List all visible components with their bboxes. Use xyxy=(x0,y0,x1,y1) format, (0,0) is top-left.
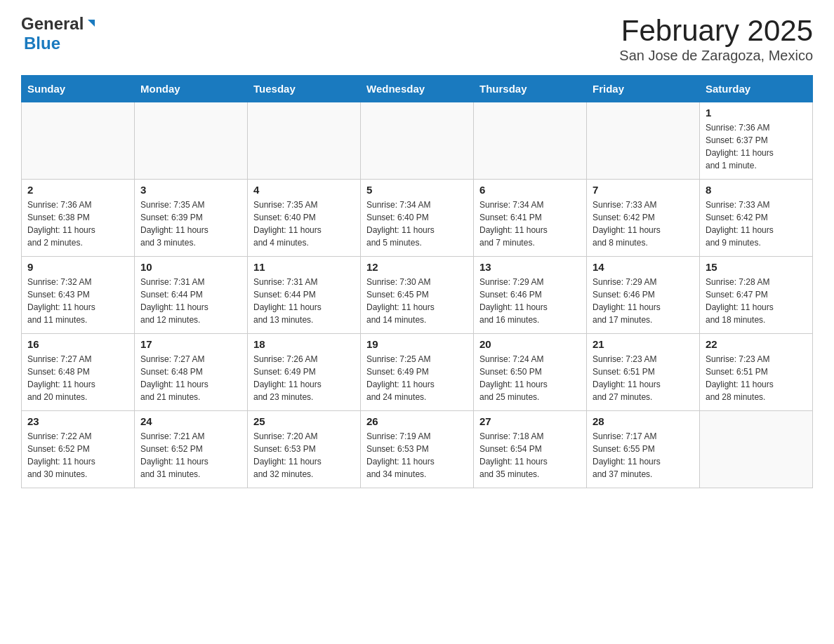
day-info: Sunrise: 7:17 AMSunset: 6:55 PMDaylight:… xyxy=(593,430,694,481)
day-number: 1 xyxy=(706,107,807,119)
table-row: 27Sunrise: 7:18 AMSunset: 6:54 PMDayligh… xyxy=(474,411,587,488)
table-row xyxy=(700,411,813,488)
table-row: 8Sunrise: 7:33 AMSunset: 6:42 PMDaylight… xyxy=(700,180,813,257)
day-number: 18 xyxy=(253,338,355,350)
day-info: Sunrise: 7:23 AMSunset: 6:51 PMDaylight:… xyxy=(593,353,694,403)
day-number: 12 xyxy=(366,261,468,273)
table-row: 11Sunrise: 7:31 AMSunset: 6:44 PMDayligh… xyxy=(248,257,361,334)
table-row: 16Sunrise: 7:27 AMSunset: 6:48 PMDayligh… xyxy=(22,334,135,411)
day-number: 22 xyxy=(706,338,807,350)
day-number: 8 xyxy=(706,184,807,196)
col-sunday: Sunday xyxy=(22,76,135,102)
day-number: 11 xyxy=(253,261,355,273)
day-number: 17 xyxy=(140,338,241,350)
calendar-subtitle: San Jose de Zaragoza, Mexico xyxy=(619,48,813,64)
table-row xyxy=(474,102,587,180)
day-info: Sunrise: 7:28 AMSunset: 6:47 PMDaylight:… xyxy=(706,276,807,326)
table-row xyxy=(22,102,135,180)
day-info: Sunrise: 7:36 AMSunset: 6:37 PMDaylight:… xyxy=(706,121,807,172)
day-info: Sunrise: 7:25 AMSunset: 6:49 PMDaylight:… xyxy=(366,353,468,403)
table-row: 15Sunrise: 7:28 AMSunset: 6:47 PMDayligh… xyxy=(700,257,813,334)
day-info: Sunrise: 7:36 AMSunset: 6:38 PMDaylight:… xyxy=(27,199,128,249)
day-info: Sunrise: 7:31 AMSunset: 6:44 PMDaylight:… xyxy=(253,276,355,326)
day-info: Sunrise: 7:23 AMSunset: 6:51 PMDaylight:… xyxy=(706,353,807,403)
day-info: Sunrise: 7:33 AMSunset: 6:42 PMDaylight:… xyxy=(706,199,807,249)
table-row: 21Sunrise: 7:23 AMSunset: 6:51 PMDayligh… xyxy=(587,334,700,411)
day-number: 23 xyxy=(27,415,128,427)
calendar-body: 1Sunrise: 7:36 AMSunset: 6:37 PMDaylight… xyxy=(22,102,813,488)
day-info: Sunrise: 7:32 AMSunset: 6:43 PMDaylight:… xyxy=(27,276,128,326)
day-number: 16 xyxy=(27,338,128,350)
day-number: 13 xyxy=(479,261,581,273)
table-row: 10Sunrise: 7:31 AMSunset: 6:44 PMDayligh… xyxy=(135,257,248,334)
page-header: General Blue February 2025 San Jose de Z… xyxy=(21,14,813,64)
table-row xyxy=(587,102,700,180)
table-row: 4Sunrise: 7:35 AMSunset: 6:40 PMDaylight… xyxy=(248,180,361,257)
calendar-week-row: 16Sunrise: 7:27 AMSunset: 6:48 PMDayligh… xyxy=(22,334,813,411)
header-row: Sunday Monday Tuesday Wednesday Thursday… xyxy=(22,76,813,102)
calendar-table: Sunday Monday Tuesday Wednesday Thursday… xyxy=(21,75,813,488)
table-row: 20Sunrise: 7:24 AMSunset: 6:50 PMDayligh… xyxy=(474,334,587,411)
calendar-header: Sunday Monday Tuesday Wednesday Thursday… xyxy=(22,76,813,102)
day-number: 5 xyxy=(366,184,468,196)
table-row: 2Sunrise: 7:36 AMSunset: 6:38 PMDaylight… xyxy=(22,180,135,257)
table-row: 23Sunrise: 7:22 AMSunset: 6:52 PMDayligh… xyxy=(22,411,135,488)
logo: General Blue xyxy=(21,14,98,53)
day-info: Sunrise: 7:35 AMSunset: 6:39 PMDaylight:… xyxy=(140,199,241,249)
logo-blue-text: Blue xyxy=(24,34,60,53)
table-row: 5Sunrise: 7:34 AMSunset: 6:40 PMDaylight… xyxy=(361,180,474,257)
calendar-week-row: 2Sunrise: 7:36 AMSunset: 6:38 PMDaylight… xyxy=(22,180,813,257)
table-row xyxy=(361,102,474,180)
day-number: 26 xyxy=(366,415,468,427)
col-monday: Monday xyxy=(135,76,248,102)
day-number: 14 xyxy=(593,261,694,273)
day-info: Sunrise: 7:20 AMSunset: 6:53 PMDaylight:… xyxy=(253,430,355,481)
day-number: 9 xyxy=(27,261,128,273)
logo-arrow-icon xyxy=(85,17,98,32)
table-row: 13Sunrise: 7:29 AMSunset: 6:46 PMDayligh… xyxy=(474,257,587,334)
title-block: February 2025 San Jose de Zaragoza, Mexi… xyxy=(619,14,813,64)
day-number: 4 xyxy=(253,184,355,196)
day-info: Sunrise: 7:26 AMSunset: 6:49 PMDaylight:… xyxy=(253,353,355,403)
day-number: 7 xyxy=(593,184,694,196)
svg-marker-0 xyxy=(88,20,95,27)
day-info: Sunrise: 7:18 AMSunset: 6:54 PMDaylight:… xyxy=(479,430,581,481)
day-number: 15 xyxy=(706,261,807,273)
day-info: Sunrise: 7:34 AMSunset: 6:40 PMDaylight:… xyxy=(366,199,468,249)
day-number: 24 xyxy=(140,415,241,427)
col-saturday: Saturday xyxy=(700,76,813,102)
table-row: 19Sunrise: 7:25 AMSunset: 6:49 PMDayligh… xyxy=(361,334,474,411)
table-row: 25Sunrise: 7:20 AMSunset: 6:53 PMDayligh… xyxy=(248,411,361,488)
table-row: 3Sunrise: 7:35 AMSunset: 6:39 PMDaylight… xyxy=(135,180,248,257)
col-tuesday: Tuesday xyxy=(248,76,361,102)
calendar-week-row: 23Sunrise: 7:22 AMSunset: 6:52 PMDayligh… xyxy=(22,411,813,488)
day-info: Sunrise: 7:27 AMSunset: 6:48 PMDaylight:… xyxy=(27,353,128,403)
table-row: 14Sunrise: 7:29 AMSunset: 6:46 PMDayligh… xyxy=(587,257,700,334)
day-info: Sunrise: 7:35 AMSunset: 6:40 PMDaylight:… xyxy=(253,199,355,249)
calendar-week-row: 1Sunrise: 7:36 AMSunset: 6:37 PMDaylight… xyxy=(22,102,813,180)
table-row: 6Sunrise: 7:34 AMSunset: 6:41 PMDaylight… xyxy=(474,180,587,257)
day-info: Sunrise: 7:24 AMSunset: 6:50 PMDaylight:… xyxy=(479,353,581,403)
day-info: Sunrise: 7:30 AMSunset: 6:45 PMDaylight:… xyxy=(366,276,468,326)
day-number: 2 xyxy=(27,184,128,196)
col-wednesday: Wednesday xyxy=(361,76,474,102)
table-row xyxy=(135,102,248,180)
table-row: 9Sunrise: 7:32 AMSunset: 6:43 PMDaylight… xyxy=(22,257,135,334)
day-info: Sunrise: 7:22 AMSunset: 6:52 PMDaylight:… xyxy=(27,430,128,481)
calendar-title: February 2025 xyxy=(619,14,813,48)
table-row: 28Sunrise: 7:17 AMSunset: 6:55 PMDayligh… xyxy=(587,411,700,488)
day-number: 21 xyxy=(593,338,694,350)
table-row: 7Sunrise: 7:33 AMSunset: 6:42 PMDaylight… xyxy=(587,180,700,257)
table-row: 1Sunrise: 7:36 AMSunset: 6:37 PMDaylight… xyxy=(700,102,813,180)
day-number: 25 xyxy=(253,415,355,427)
day-info: Sunrise: 7:27 AMSunset: 6:48 PMDaylight:… xyxy=(140,353,241,403)
day-number: 3 xyxy=(140,184,241,196)
table-row: 12Sunrise: 7:30 AMSunset: 6:45 PMDayligh… xyxy=(361,257,474,334)
day-number: 27 xyxy=(479,415,581,427)
table-row: 18Sunrise: 7:26 AMSunset: 6:49 PMDayligh… xyxy=(248,334,361,411)
day-info: Sunrise: 7:19 AMSunset: 6:53 PMDaylight:… xyxy=(366,430,468,481)
col-friday: Friday xyxy=(587,76,700,102)
day-number: 28 xyxy=(593,415,694,427)
day-number: 10 xyxy=(140,261,241,273)
day-info: Sunrise: 7:21 AMSunset: 6:52 PMDaylight:… xyxy=(140,430,241,481)
